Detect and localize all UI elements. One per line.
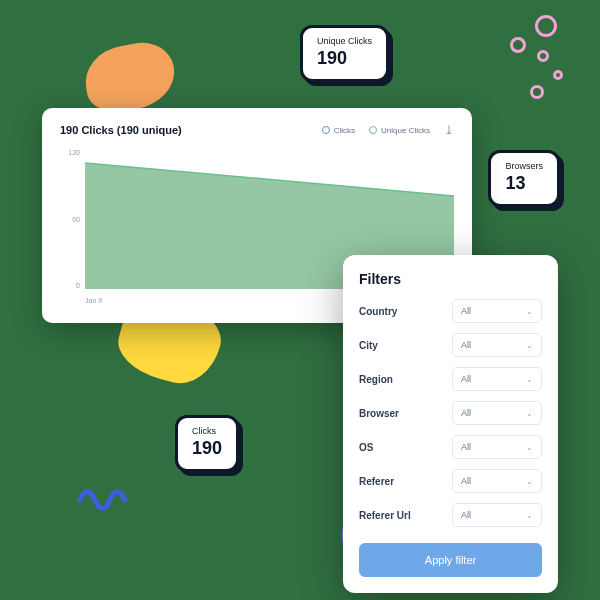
filters-title: Filters <box>359 271 542 287</box>
stat-label: Clicks <box>192 426 222 436</box>
decorative-squiggle <box>75 475 135 520</box>
filter-select-browser[interactable]: All ⌄ <box>452 401 542 425</box>
stat-card-clicks: Clicks 190 <box>175 415 239 472</box>
stat-value: 190 <box>317 48 372 69</box>
filter-select-city[interactable]: All ⌄ <box>452 333 542 357</box>
filter-label: Referer Url <box>359 510 411 521</box>
chart-title: 190 Clicks (190 unique) <box>60 124 182 136</box>
chevron-down-icon: ⌄ <box>526 443 533 452</box>
filter-row-browser: Browser All ⌄ <box>359 401 542 425</box>
filter-row-country: Country All ⌄ <box>359 299 542 323</box>
stat-card-browsers: Browsers 13 <box>488 150 560 207</box>
select-value: All <box>461 510 471 520</box>
select-value: All <box>461 374 471 384</box>
filter-select-referer-url[interactable]: All ⌄ <box>452 503 542 527</box>
legend-marker-icon <box>369 126 377 134</box>
filter-row-region: Region All ⌄ <box>359 367 542 391</box>
stat-card-unique-clicks: Unique Clicks 190 <box>300 25 389 82</box>
decorative-dots <box>505 15 580 100</box>
filter-label: Browser <box>359 408 399 419</box>
filter-select-os[interactable]: All ⌄ <box>452 435 542 459</box>
legend-item-clicks: Clicks <box>322 126 355 135</box>
chevron-down-icon: ⌄ <box>526 341 533 350</box>
decorative-blob-orange <box>80 38 180 118</box>
select-value: All <box>461 408 471 418</box>
chevron-down-icon: ⌄ <box>526 511 533 520</box>
download-icon[interactable]: ⤓ <box>444 123 454 137</box>
y-tick: 120 <box>60 149 80 156</box>
stat-value: 190 <box>192 438 222 459</box>
stat-label: Unique Clicks <box>317 36 372 46</box>
filter-row-city: City All ⌄ <box>359 333 542 357</box>
filter-row-referer-url: Referer Url All ⌄ <box>359 503 542 527</box>
chart-header: 190 Clicks (190 unique) Clicks Unique Cl… <box>60 123 454 137</box>
stat-value: 13 <box>505 173 543 194</box>
select-value: All <box>461 340 471 350</box>
filter-row-os: OS All ⌄ <box>359 435 542 459</box>
chart-legend: Clicks Unique Clicks ⤓ <box>322 123 454 137</box>
y-tick: 0 <box>60 282 80 289</box>
chevron-down-icon: ⌄ <box>526 375 533 384</box>
filters-card: Filters Country All ⌄ City All ⌄ Region … <box>343 255 558 593</box>
x-axis: Jan 9 <box>85 297 102 304</box>
filter-label: Country <box>359 306 397 317</box>
filter-label: Referer <box>359 476 394 487</box>
chevron-down-icon: ⌄ <box>526 307 533 316</box>
filter-select-country[interactable]: All ⌄ <box>452 299 542 323</box>
chevron-down-icon: ⌄ <box>526 409 533 418</box>
x-tick: Jan 9 <box>85 297 102 304</box>
select-value: All <box>461 306 471 316</box>
filter-row-referer: Referer All ⌄ <box>359 469 542 493</box>
legend-label: Clicks <box>334 126 355 135</box>
stat-label: Browsers <box>505 161 543 171</box>
filter-label: Region <box>359 374 393 385</box>
y-axis: 120 60 0 <box>60 149 80 289</box>
filter-label: OS <box>359 442 373 453</box>
filter-label: City <box>359 340 378 351</box>
filter-select-region[interactable]: All ⌄ <box>452 367 542 391</box>
filter-select-referer[interactable]: All ⌄ <box>452 469 542 493</box>
y-tick: 60 <box>60 216 80 223</box>
legend-item-unique: Unique Clicks <box>369 126 430 135</box>
legend-marker-icon <box>322 126 330 134</box>
legend-label: Unique Clicks <box>381 126 430 135</box>
select-value: All <box>461 442 471 452</box>
chevron-down-icon: ⌄ <box>526 477 533 486</box>
apply-filter-button[interactable]: Apply filter <box>359 543 542 577</box>
select-value: All <box>461 476 471 486</box>
